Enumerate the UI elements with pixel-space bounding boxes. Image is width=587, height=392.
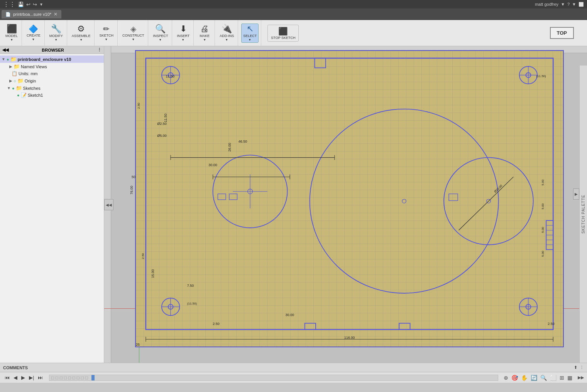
dim-26-00: 26.00 xyxy=(228,143,232,152)
dim-ø2-50: Ø2.50 xyxy=(157,122,167,126)
redo-dropdown[interactable]: ▼ xyxy=(39,2,43,7)
pan-button[interactable]: ✋ xyxy=(520,374,528,382)
timeline-area: ⬚ ⬚ ⬚ ⬚ ⬚ ⬚ ⬚ ⬚ ⬚ xyxy=(49,375,498,381)
orbit-button[interactable]: 🔄 xyxy=(530,374,538,382)
insert-label: INSERT xyxy=(177,34,189,38)
tool-group-create: 🔷 CREATE ▾ xyxy=(23,20,45,46)
modify-icon: 🔧 xyxy=(51,25,61,33)
construct-label: CONSTRUCT xyxy=(122,34,144,37)
dim-11-50-topright: 11.50 xyxy=(166,74,174,78)
assemble-button[interactable]: ⚙ ASSEMBLE ▾ xyxy=(70,24,92,42)
save-icon[interactable]: 💾 xyxy=(18,2,24,7)
tab-close-button[interactable]: ✕ xyxy=(54,12,58,17)
addins-dropdown-icon: ▾ xyxy=(226,38,228,42)
addins-button[interactable]: 🔌 ADD-INS ▾ xyxy=(218,24,235,42)
tree-expand-root[interactable]: ▼ xyxy=(2,57,5,61)
topbar-right: matt godfrey ▼ ? ▼ ⬜ xyxy=(535,2,584,7)
fit-view-button[interactable]: ⊕ xyxy=(503,374,509,382)
dim-50: 50 xyxy=(132,175,135,179)
nav-first-button[interactable]: ⏮ xyxy=(3,374,11,381)
tool-group-inspect: 🔍 INSPECT ▾ xyxy=(149,20,172,46)
tree-item-sketch1[interactable]: ● 📝 Sketch1 xyxy=(0,92,104,99)
palette-collapse-btn[interactable]: ▶ xyxy=(573,188,579,200)
svg-rect-0 xyxy=(146,58,553,330)
stop-sketch-button[interactable]: ⬛ STOP SKETCH xyxy=(267,25,299,42)
tool-group-model: ⬛ MODEL ▾ xyxy=(2,20,22,46)
tree-expand-sketches[interactable]: ▼ xyxy=(7,86,11,90)
display-settings-button[interactable]: ⬜ xyxy=(549,374,557,382)
svg-rect-27 xyxy=(399,323,410,330)
tree-expand-origin[interactable]: ▶ xyxy=(9,79,12,83)
comments-options-icon[interactable]: ⋮ xyxy=(580,365,584,370)
browser-options-icon[interactable]: ⋮ xyxy=(97,47,101,52)
tree-vis-sketches[interactable]: ● xyxy=(12,86,15,91)
tool-group-addins: 🔌 ADD-INS ▾ xyxy=(216,20,238,46)
create-icon: 🔷 xyxy=(29,25,38,33)
expand-right-icon[interactable]: ▶▶ xyxy=(578,375,584,380)
maximize-icon[interactable]: ⬜ xyxy=(579,2,584,7)
tree-item-origin[interactable]: ▶ ○ 📁 Origin xyxy=(0,77,104,84)
tree-item-root[interactable]: ▼ ● 📁 printrboard_enclosure v10 xyxy=(0,56,104,63)
svg-line-43 xyxy=(459,177,514,230)
nav-next-button[interactable]: ▶| xyxy=(27,374,36,381)
dim-76: 76.00 xyxy=(130,186,134,195)
tree-item-sketches[interactable]: ▼ ● 📁 Sketches xyxy=(0,84,104,92)
sketch-canvas[interactable]: 116.00 76.00 46.50 11.50 11.50 (11.50) (… xyxy=(135,50,564,347)
construct-button[interactable]: ◈ CONSTRUCT ▾ xyxy=(121,24,146,42)
view-cube-button[interactable]: ▦ xyxy=(567,374,573,382)
tree-item-named-views[interactable]: ▶ 📁 Named Views xyxy=(0,63,104,70)
grid-settings-button[interactable]: ⊞ xyxy=(559,374,565,382)
tree-vis-sketch1[interactable]: ● xyxy=(17,93,20,98)
timeline-cursor[interactable] xyxy=(91,375,95,381)
create-label: CREATE xyxy=(27,34,41,37)
active-tab[interactable]: 📄 printrboa...sure v10* ✕ xyxy=(2,10,61,19)
nav-controls: ⏮ ◀ ▶ ▶| ⏭ xyxy=(3,374,44,381)
help-dropdown-icon[interactable]: ▼ xyxy=(572,2,576,7)
dim-15: 15.00 xyxy=(151,269,155,278)
viewport[interactable]: 116.00 76.00 46.50 11.50 11.50 (11.50) (… xyxy=(104,46,587,363)
insert-button[interactable]: ⬇ INSERT ▾ xyxy=(175,24,191,42)
tool-group-select: ↖ SELECT ▾ xyxy=(239,20,261,46)
select-button[interactable]: ↖ SELECT ▾ xyxy=(241,24,259,43)
nav-prev-button[interactable]: ◀ xyxy=(12,374,19,381)
nav-play-button[interactable]: ▶ xyxy=(20,374,27,381)
undo-icon[interactable]: ↩ xyxy=(26,2,30,7)
dim-30-left: 30.00 xyxy=(208,163,217,167)
comments-expand-icon[interactable]: ⬆ xyxy=(574,365,577,370)
inspect-dropdown-icon: ▾ xyxy=(159,38,161,42)
browser-collapse-icon[interactable]: ◀◀ xyxy=(2,47,8,52)
model-dropdown-icon: ▾ xyxy=(11,38,13,42)
main-toolbar: ⬛ MODEL ▾ 🔷 CREATE ▾ 🔧 MODIFY ▾ ⚙ ASSEMB… xyxy=(0,20,587,46)
help-icon[interactable]: ? xyxy=(567,2,570,7)
make-button[interactable]: 🖨 MAKE ▾ xyxy=(197,24,212,42)
zoom-button[interactable]: 🔍 xyxy=(540,374,548,382)
tree-folder-root: 📁 xyxy=(10,56,17,62)
tree-vis-origin[interactable]: ○ xyxy=(14,79,16,83)
model-button[interactable]: ⬛ MODEL ▾ xyxy=(4,24,19,42)
look-at-button[interactable]: 🎯 xyxy=(511,374,519,382)
apps-icon[interactable]: ⋮⋮ xyxy=(3,1,15,8)
tree-item-units[interactable]: 📋 Units: mm xyxy=(0,70,104,77)
top-view-button-container: TOP xyxy=(550,27,574,39)
sketch-palette-panel[interactable]: SKETCH PALETTE xyxy=(579,66,587,363)
comments-label: COMMENTS xyxy=(3,365,28,370)
inspect-button[interactable]: 🔍 INSPECT ▾ xyxy=(151,24,169,42)
create-button[interactable]: 🔷 CREATE ▾ xyxy=(25,24,42,42)
inspect-icon: 🔍 xyxy=(155,25,166,33)
top-view-button[interactable]: TOP xyxy=(550,27,574,39)
dim-116: 116.00 xyxy=(344,336,355,340)
modify-button[interactable]: 🔧 MODIFY ▾ xyxy=(48,24,64,42)
browser-collapse-btn[interactable]: ◀◀ xyxy=(104,199,113,210)
dim-2-50-br: 2.50 xyxy=(548,322,555,326)
tree-expand-named-views[interactable]: ▶ xyxy=(9,64,12,69)
sketch-button[interactable]: ✏ SKETCH ▾ xyxy=(98,24,115,42)
dim-2-50-bl: 2.50 xyxy=(213,322,220,326)
browser-panel: ◀◀ BROWSER ⋮ ▼ ● 📁 printrboard_enclosure… xyxy=(0,46,104,363)
tool-group-stopsketch: ⬛ STOP SKETCH xyxy=(265,20,301,46)
make-dropdown-icon: ▾ xyxy=(204,38,206,42)
viewport-controls: ⊕ 🎯 ✋ 🔄 🔍 ⬜ ⊞ ▦ ▶▶ xyxy=(503,374,584,382)
tree-vis-root[interactable]: ● xyxy=(7,57,9,62)
nav-last-button[interactable]: ⏭ xyxy=(36,374,44,381)
redo-icon[interactable]: ↪ xyxy=(33,2,37,7)
user-dropdown-icon[interactable]: ▼ xyxy=(561,2,565,7)
